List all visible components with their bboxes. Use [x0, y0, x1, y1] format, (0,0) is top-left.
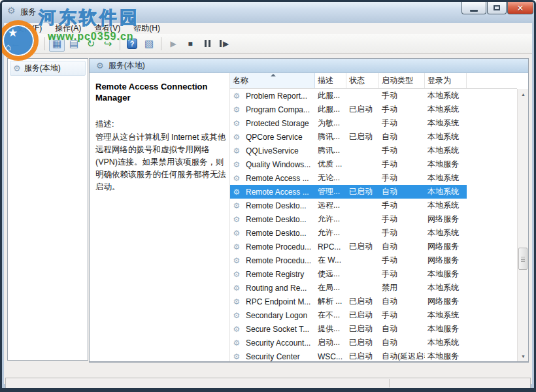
service-description-cell: 允许...	[315, 227, 346, 238]
table-row[interactable]: ⚙ QPCore Service 腾讯... 已启动 自动 本地系统	[230, 130, 467, 144]
table-row[interactable]: ⚙ Remote Registry 使远... 手动 本地服务	[230, 267, 467, 281]
service-startup-type: 手动	[379, 200, 425, 211]
back-button[interactable]: ←	[8, 36, 24, 52]
export-list-button[interactable]: ↪	[100, 36, 116, 52]
service-name: Remote Deskto...	[243, 229, 315, 238]
services-window: ⚙ 服务 ✕ 文件(F) 操作(A) 查看(V) 帮助(H) ← → ▦ ▤ ↻…	[0, 0, 536, 392]
help-button[interactable]: ?	[124, 36, 140, 52]
scrollbar-thumb[interactable]	[518, 248, 528, 270]
table-row[interactable]: ⚙ Remote Procedu... 在 W... 手动 网络服务	[230, 253, 467, 267]
table-row[interactable]: ⚙ Remote Access ... 无论... 手动 本地系统	[230, 171, 467, 185]
service-status: 已启动	[346, 241, 379, 252]
service-logon-as: 本地系统	[425, 131, 467, 142]
window-controls: ✕	[461, 2, 533, 14]
status-bar-divider	[389, 379, 390, 387]
service-logon-as: 网络服务	[425, 296, 467, 307]
table-row[interactable]: ⚙ Remote Access ... 管理... 已启动 自动 本地系统	[230, 185, 467, 199]
table-row[interactable]: ⚙ Remote Procedu... RPC... 已启动 自动 网络服务	[230, 240, 467, 253]
restart-service-icon: ▶	[220, 39, 229, 48]
service-description-cell: RPC...	[315, 242, 346, 252]
column-header-status[interactable]: 状态	[346, 73, 379, 88]
action-pane-button[interactable]: ▧	[141, 36, 157, 52]
menu-bar: 文件(F) 操作(A) 查看(V) 帮助(H)	[4, 23, 532, 34]
forward-button[interactable]: →	[25, 36, 41, 52]
service-gear-icon: ⚙	[230, 352, 243, 361]
stop-service-button[interactable]: ■	[182, 36, 198, 52]
service-startup-type: 自动	[379, 131, 425, 142]
menu-action[interactable]: 操作(A)	[49, 22, 87, 35]
service-name: Security Center	[243, 352, 315, 361]
service-logon-as: 本地服务	[425, 159, 467, 170]
service-status: 已启动	[346, 104, 379, 115]
menu-view[interactable]: 查看(V)	[88, 22, 126, 35]
services-app-icon: ⚙	[7, 5, 16, 16]
refresh-button[interactable]: ↻	[83, 36, 99, 52]
sidebar-item-label: 服务(本地)	[24, 63, 61, 74]
table-row[interactable]: ⚙ Quality Windows... 优质 ... 手动 本地服务	[230, 157, 467, 171]
column-header-description[interactable]: 描述	[315, 73, 346, 88]
service-startup-type: 自动	[379, 186, 425, 197]
properties-button[interactable]: ▤	[66, 36, 82, 52]
table-row[interactable]: ⚙ Secure Socket T... 提供... 已启动 自动 本地服务	[230, 322, 467, 336]
client-area: ⚙ 服务(本地) ⚙ 服务(本地) Remote Access Connecti…	[4, 54, 532, 384]
service-startup-type: 自动(延迟启动)	[379, 351, 425, 362]
restart-service-button[interactable]: ▶	[216, 36, 232, 52]
minimize-button[interactable]	[461, 2, 486, 14]
close-button[interactable]: ✕	[507, 2, 533, 14]
table-row[interactable]: ⚙ Security Center WSC... 已启动 自动(延迟启动) 本地…	[230, 350, 467, 362]
service-gear-icon: ⚙	[230, 201, 243, 210]
service-description-cell: 解析 ...	[315, 296, 346, 307]
service-description-cell: 此服...	[315, 104, 346, 115]
table-row[interactable]: ⚙ Protected Storage 为敏... 手动 本地系统	[230, 116, 467, 130]
show-console-tree-button[interactable]: ▦	[49, 36, 65, 52]
maximize-button[interactable]	[487, 2, 507, 14]
table-row[interactable]: ⚙ Routing and Re... 在局... 禁用 本地系统	[230, 281, 467, 295]
selected-service-title: Remote Access Connection Manager	[95, 81, 223, 103]
menu-file[interactable]: 文件(F)	[10, 22, 48, 35]
vertical-scrollbar[interactable]: ▲ ▼	[517, 89, 528, 361]
sidebar-item-services-local[interactable]: ⚙ 服务(本地)	[10, 61, 86, 76]
table-row[interactable]: ⚙ RPC Endpoint M... 解析 ... 已启动 自动 网络服务	[230, 295, 467, 308]
table-row[interactable]: ⚙ Remote Deskto... 远程... 手动 本地系统	[230, 199, 467, 212]
service-logon-as: 本地系统	[425, 186, 467, 197]
table-row[interactable]: ⚙ Security Account... 启动... 已启动 自动 本地系统	[230, 336, 467, 350]
description-label: 描述:	[95, 119, 223, 130]
service-name: Remote Deskto...	[243, 215, 315, 224]
table-row[interactable]: ⚙ Program Compa... 此服... 已启动 手动 本地系统	[230, 103, 467, 116]
menu-help[interactable]: 帮助(H)	[127, 22, 166, 35]
service-logon-as: 本地服务	[425, 323, 467, 335]
service-startup-type: 手动	[379, 227, 425, 238]
forward-icon: →	[27, 38, 38, 50]
service-name: QQLiveService	[243, 146, 315, 155]
table-row[interactable]: ⚙ Secondary Logon 在不... 已启动 手动 本地系统	[230, 308, 467, 322]
minimize-icon	[470, 10, 478, 12]
table-row[interactable]: ⚙ QQLiveService 腾讯... 手动 本地系统	[230, 144, 467, 157]
title-bar[interactable]: ⚙ 服务 ✕	[2, 2, 534, 22]
service-logon-as: 网络服务	[425, 255, 467, 266]
service-description-cell: 此服...	[315, 90, 346, 101]
service-gear-icon: ⚙	[230, 242, 243, 252]
service-startup-type: 手动	[379, 214, 425, 225]
table-row[interactable]: ⚙ Remote Deskto... 允许... 手动 网络服务	[230, 212, 467, 226]
column-header-startup-type[interactable]: 启动类型	[379, 73, 425, 88]
column-header-name[interactable]: 名称	[230, 73, 315, 88]
service-description-cell: 允许...	[315, 214, 346, 225]
service-logon-as: 本地系统	[425, 227, 467, 238]
scroll-down-button[interactable]: ▼	[518, 351, 529, 361]
service-gear-icon: ⚙	[230, 146, 243, 155]
service-gear-icon: ⚙	[230, 338, 243, 348]
table-row[interactable]: ⚙ Remote Deskto... 允许... 手动 本地系统	[230, 226, 467, 240]
sort-ascending-icon	[271, 74, 276, 76]
pause-service-button[interactable]	[199, 36, 215, 52]
services-list: ⚙ Problem Report... 此服... 手动 本地系统 ⚙ Prog…	[230, 89, 528, 362]
start-service-button[interactable]: ▶	[165, 36, 181, 52]
service-description-cell: WSC...	[315, 352, 346, 361]
view-tabs: 扩展 标准	[89, 362, 529, 376]
service-logon-as: 本地服务	[425, 269, 467, 280]
service-description-cell: 启动...	[315, 337, 346, 348]
service-description-cell: 腾讯...	[315, 131, 346, 142]
column-header-logon-as[interactable]: 登录为	[425, 73, 467, 88]
scroll-up-button[interactable]: ▲	[518, 89, 529, 99]
service-startup-type: 自动	[379, 323, 425, 335]
table-row[interactable]: ⚙ Problem Report... 此服... 手动 本地系统	[230, 89, 467, 103]
